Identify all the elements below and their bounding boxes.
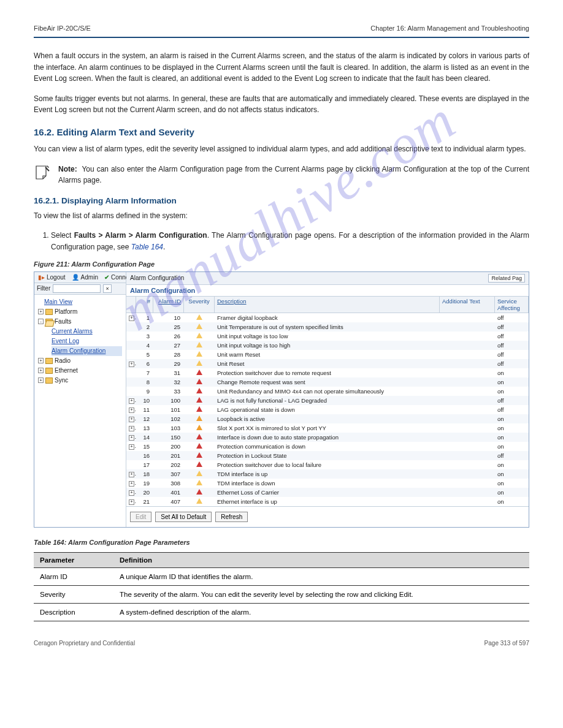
table-row[interactable]: 933Unit Redundancy and MIMO 4x4 can not …	[126, 387, 529, 396]
filter-input[interactable]	[53, 284, 101, 293]
cell-num: 14	[136, 434, 153, 441]
cell-description: LAG operational state is down	[215, 406, 440, 413]
cell-severity	[184, 342, 215, 349]
cell-num: 13	[136, 425, 153, 431]
row-expand-icon[interactable]: +	[129, 362, 134, 367]
table-row[interactable]: 528Unit warm Resetoff	[126, 350, 529, 359]
table-row[interactable]: +11101LAG operational state is downoff	[126, 405, 529, 414]
cell-alarm-id: 32	[153, 379, 184, 385]
row-expand-icon[interactable]: +	[129, 472, 134, 477]
collapse-icon[interactable]: -	[38, 319, 44, 324]
nav-sync[interactable]: +Sync	[38, 376, 122, 385]
table-row[interactable]: 16201Protection in Lockout Stateoff	[126, 451, 529, 460]
cell-alarm-id: 150	[153, 434, 184, 441]
row-expand-icon[interactable]: +	[129, 499, 134, 505]
table-row[interactable]: 832Change Remote request was senton	[126, 377, 529, 387]
col-expander	[126, 297, 136, 313]
col-num[interactable]: #	[136, 297, 153, 313]
col-severity[interactable]: Severity	[184, 297, 215, 313]
table-row[interactable]: +10100LAG is not fully functional - LAG …	[126, 396, 529, 405]
row-expand-icon[interactable]: +	[129, 408, 134, 413]
edit-intro: You can view a list of alarm types, edit…	[34, 143, 529, 155]
cell-severity	[184, 498, 215, 505]
nav-radio[interactable]: +Radio	[38, 356, 122, 366]
table-row[interactable]: +19308TDM interface is downon	[126, 479, 529, 488]
severity-triangle-icon	[196, 480, 202, 485]
logout-button[interactable]: ▮▸Logout	[38, 274, 66, 281]
refresh-button[interactable]: Refresh	[215, 512, 248, 522]
folder-icon	[45, 368, 53, 374]
table-caption: Table 164: Alarm Configuration Page Para…	[34, 539, 529, 546]
col-additional[interactable]: Additional Text	[440, 297, 495, 313]
related-pages-button[interactable]: Related Pag	[488, 274, 525, 282]
row-expand-icon[interactable]: +	[129, 444, 134, 450]
alarm-grid: # Alarm ID Severity Description Addition…	[126, 296, 529, 506]
cell-num: 8	[136, 379, 153, 385]
row-expand-icon[interactable]: +	[129, 490, 134, 496]
expand-icon[interactable]: +	[38, 358, 44, 363]
severity-triangle-icon	[196, 342, 202, 347]
col-service[interactable]: Service Affecting	[495, 297, 529, 313]
row-expand-icon[interactable]: +	[129, 417, 134, 422]
step-1-link[interactable]: Table 164	[131, 243, 163, 251]
nav-event-log[interactable]: Event Log	[52, 336, 122, 346]
set-all-default-button[interactable]: Set All to Default	[155, 512, 212, 522]
table-row[interactable]: +12102Loopback is activeon	[126, 414, 529, 423]
table-row[interactable]: 17202Protection switchover due to local …	[126, 460, 529, 469]
table-row[interactable]: +110Framer digital loopbackoff	[126, 313, 529, 322]
severity-triangle-icon	[196, 324, 202, 329]
row-expand-icon[interactable]: +	[129, 426, 134, 431]
table-row[interactable]: 427Unit input voltage is too highoff	[126, 341, 529, 350]
nav-main-view[interactable]: Main View	[44, 297, 122, 307]
nav-current-alarms[interactable]: Current Alarms	[52, 327, 122, 336]
row-expand-icon[interactable]: +	[129, 435, 134, 441]
nav-ethernet[interactable]: +Ethernet	[38, 366, 122, 376]
col-description[interactable]: Description	[215, 297, 440, 313]
cell-description: Interface is down due to auto state prop…	[215, 434, 440, 441]
table-row[interactable]: +629Unit Resetoff	[126, 359, 529, 368]
filter-clear-button[interactable]: ×	[103, 284, 112, 293]
severity-triangle-icon	[196, 370, 202, 375]
cell-service: on	[495, 461, 529, 468]
cell-alarm-id: 407	[153, 498, 184, 505]
page-footer: Ceragon Proprietary and Confidential Pag…	[34, 640, 529, 646]
th-parameter: Parameter	[34, 552, 113, 567]
cell-num: 20	[136, 489, 153, 496]
col-alarm-id[interactable]: Alarm ID	[153, 297, 184, 313]
cell-alarm-id: 101	[153, 406, 184, 413]
cell-alarm-id: 103	[153, 425, 184, 431]
table-164: Parameter Definition Alarm IDA unique Al…	[34, 552, 529, 621]
expand-icon[interactable]: +	[38, 309, 44, 314]
table-row[interactable]: +21407Ethernet interface is upon	[126, 497, 529, 506]
table-row[interactable]: 326Unit input voltage is too lowoff	[126, 332, 529, 341]
cell-param: Severity	[34, 585, 113, 603]
edit-button[interactable]: Edit	[130, 512, 151, 522]
header-right: Chapter 16: Alarm Management and Trouble…	[370, 25, 529, 32]
table-row[interactable]: 731Protection switchover due to remote r…	[126, 368, 529, 377]
admin-button[interactable]: 👤Admin	[72, 274, 98, 281]
cell-alarm-id: 401	[153, 489, 184, 496]
cell-severity	[184, 480, 215, 487]
events-paragraph: Some faults trigger events but not alarm…	[34, 93, 529, 116]
row-expand-icon[interactable]: +	[129, 481, 134, 487]
expand-icon[interactable]: +	[38, 377, 44, 383]
table-row[interactable]: +18307TDM interface is upon	[126, 469, 529, 479]
row-expand-icon[interactable]: +	[129, 316, 134, 321]
nav-faults[interactable]: -Faults	[38, 317, 122, 327]
table-row[interactable]: 225Unit Temperature is out of system spe…	[126, 322, 529, 332]
row-expand-icon[interactable]: +	[129, 398, 134, 404]
cell-alarm-id: 27	[153, 342, 184, 349]
table-row[interactable]: +15200Protection communication is downon	[126, 442, 529, 451]
table-row[interactable]: +20401Ethernet Loss of Carrieron	[126, 488, 529, 497]
table-row[interactable]: +14150Interface is down due to auto stat…	[126, 433, 529, 442]
cell-severity	[184, 397, 215, 404]
content-titlebar: Alarm Configuration Related Pag	[126, 272, 529, 285]
table-row[interactable]: +13103Slot X port XX is mirrored to slot…	[126, 423, 529, 433]
cell-description: Unit input voltage is too low	[215, 333, 440, 339]
nav-alarm-configuration[interactable]: Alarm Configuration	[52, 346, 122, 356]
severity-triangle-icon	[196, 314, 202, 320]
expand-icon[interactable]: +	[38, 368, 44, 373]
cell-description: Protection switchover due to local failu…	[215, 461, 440, 468]
nav-platform[interactable]: +Platform	[38, 307, 122, 317]
cell-severity	[184, 406, 215, 413]
